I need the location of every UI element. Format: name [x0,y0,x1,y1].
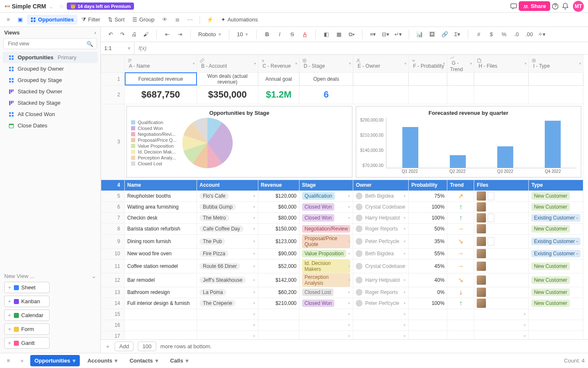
group-icon: ☰ [132,16,137,23]
bolt-icon[interactable]: ⚡ [203,15,217,24]
automation-icon: ✦ [221,16,226,23]
svg-rect-5 [34,17,35,19]
svg-point-2 [526,5,528,7]
row-height-icon[interactable]: ≣ [172,15,183,24]
more-icon[interactable]: ⋯ [184,15,196,24]
help-icon[interactable] [550,1,560,11]
crown-icon: 👑 [70,3,76,9]
svg-rect-6 [31,20,32,22]
bell-icon[interactable] [560,1,570,11]
svg-rect-7 [34,20,35,22]
app-title: Simple CRM [12,3,46,10]
share-button[interactable]: Share [519,1,550,11]
filter-button[interactable]: ⧩Filter [78,15,104,25]
sort-icon: ⇅ [108,16,113,23]
sort-button[interactable]: ⇅Sort [105,15,128,24]
star-icon[interactable]: ☆ [59,3,64,10]
panel-icon[interactable]: ▣ [14,15,26,24]
menu-icon[interactable]: ≡ [3,15,13,24]
premium-badge[interactable]: 👑 14 days left on Premium [67,3,134,10]
current-view-button[interactable]: Opportunities [27,15,77,24]
app-logo[interactable]: Simple CRM [4,3,46,10]
comments-icon[interactable] [509,1,519,11]
hide-columns-icon[interactable]: 👁 [159,15,171,24]
filter-icon: ⧩ [81,16,86,23]
chevron-down-icon[interactable]: ⌄ [49,3,54,10]
svg-rect-0 [511,4,517,8]
view-toolbar: ≡ ▣ Opportunities ⧩Filter ⇅Sort ☰Group 👁… [0,13,588,27]
svg-rect-4 [31,17,32,19]
group-button[interactable]: ☰Group [129,15,158,24]
title-bar: Simple CRM ⌄ ☆ 👑 14 days left on Premium… [0,0,588,13]
automations-button[interactable]: ✦Automations [218,15,261,24]
svg-point-1 [524,5,526,7]
user-avatar[interactable]: MT [573,1,584,12]
